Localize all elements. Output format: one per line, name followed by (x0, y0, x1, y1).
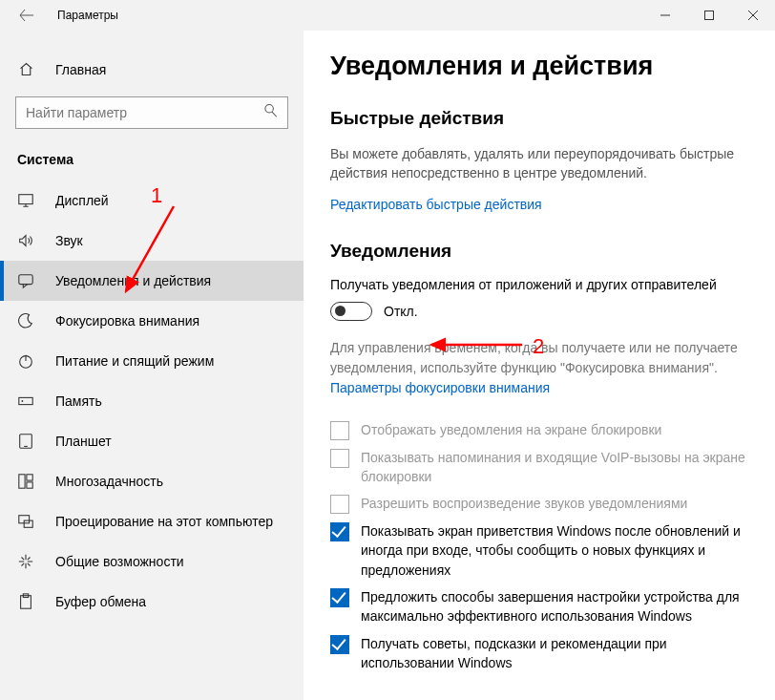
sidebar-group-header: Система (0, 152, 304, 180)
svg-rect-9 (27, 482, 32, 488)
checkbox-finish-setup[interactable] (330, 588, 349, 607)
checkbox-label: Отображать уведомления на экране блокиро… (361, 420, 748, 439)
sidebar-item-tablet[interactable]: Планшет (0, 421, 304, 461)
checkbox-label: Разрешить воспроизведение звуков уведомл… (361, 494, 748, 513)
sidebar-item-clipboard[interactable]: Буфер обмена (0, 582, 304, 622)
minimize-icon (660, 11, 670, 20)
notifications-section: Уведомления Получать уведомления от прил… (330, 241, 748, 673)
quick-actions-heading: Быстрые действия (330, 108, 748, 129)
checkbox-tips[interactable] (330, 635, 349, 654)
svg-point-5 (22, 400, 24, 402)
window-body: Главная Система Дисплей Звук Уведомления… (0, 31, 775, 700)
sidebar-item-label: Память (55, 393, 102, 409)
arrow-left-icon (19, 8, 34, 23)
get-notifications-label: Получать уведомления от приложений и дру… (330, 277, 748, 292)
check-row-sounds: Разрешить воспроизведение звуков уведомл… (330, 494, 748, 514)
sidebar-item-label: Планшет (55, 434, 112, 449)
checkbox-label: Получать советы, подсказки и рекомендаци… (361, 634, 748, 673)
quick-actions-section: Быстрые действия Вы можете добавлять, уд… (330, 108, 748, 212)
checkbox-label: Показывать напоминания и входящие VoIP-в… (361, 448, 748, 487)
checkbox-label: Показывать экран приветствия Windows пос… (361, 521, 748, 580)
get-notifications-toggle[interactable] (330, 302, 372, 321)
page-title: Уведомления и действия (330, 52, 748, 81)
sidebar-item-focus-assist[interactable]: Фокусировка внимания (0, 301, 304, 341)
moon-icon (17, 312, 34, 329)
maximize-button[interactable] (687, 0, 731, 31)
check-row-lockscreen-notifications: Отображать уведомления на экране блокиро… (330, 420, 748, 440)
sidebar-item-projecting[interactable]: Проецирование на этот компьютер (0, 501, 304, 541)
sidebar: Главная Система Дисплей Звук Уведомления… (0, 31, 304, 700)
sidebar-item-label: Буфер обмена (55, 594, 146, 609)
toggle-state-label: Откл. (384, 304, 418, 319)
multitasking-icon (17, 473, 34, 490)
close-icon (748, 11, 758, 20)
checkbox-label: Предложить способы завершения настройки … (361, 587, 748, 626)
checkbox-notification-sounds[interactable] (330, 495, 349, 514)
back-button[interactable] (15, 8, 38, 23)
sidebar-item-label: Питание и спящий режим (55, 353, 214, 369)
focus-assist-desc: Для управления временем, когда вы получа… (330, 338, 748, 378)
sidebar-item-display[interactable]: Дисплей (0, 180, 304, 221)
focus-assist-settings-link[interactable]: Параметры фокусировки внимания (330, 380, 550, 395)
sidebar-item-sound[interactable]: Звук (0, 221, 304, 261)
tablet-icon (17, 433, 34, 450)
search-icon (263, 104, 279, 122)
svg-rect-11 (24, 520, 32, 527)
display-icon (17, 192, 34, 209)
check-row-tips: Получать советы, подсказки и рекомендаци… (330, 634, 748, 673)
power-icon (17, 352, 34, 370)
shared-icon (17, 553, 34, 570)
maximize-icon (704, 11, 714, 20)
svg-rect-7 (19, 475, 25, 488)
sidebar-item-label: Общие возможности (55, 554, 184, 569)
sidebar-item-label: Дисплей (55, 193, 109, 208)
check-row-welcome-experience: Показывать экран приветствия Windows пос… (330, 521, 748, 580)
svg-rect-1 (19, 195, 32, 204)
close-button[interactable] (731, 0, 775, 31)
checkbox-welcome-experience[interactable] (330, 522, 349, 541)
minimize-button[interactable] (643, 0, 687, 31)
sidebar-item-label: Звук (55, 233, 83, 248)
check-row-finish-setup: Предложить способы завершения настройки … (330, 587, 748, 626)
notifications-heading: Уведомления (330, 241, 748, 262)
content-area: Уведомления и действия Быстрые действия … (304, 31, 775, 700)
home-icon (17, 61, 34, 77)
sidebar-item-label: Уведомления и действия (55, 273, 211, 288)
svg-rect-0 (705, 11, 714, 20)
search-wrap (15, 96, 288, 129)
sidebar-item-label: Многозадачность (55, 474, 163, 489)
window-title: Параметры (57, 9, 118, 22)
search-input[interactable] (15, 96, 288, 129)
get-notifications-toggle-row: Откл. (330, 302, 748, 321)
window-controls (643, 0, 775, 31)
clipboard-icon (17, 593, 34, 610)
svg-rect-4 (19, 397, 32, 404)
notification-icon (17, 272, 34, 289)
sidebar-item-label: Фокусировка внимания (55, 313, 199, 329)
projecting-icon (17, 513, 34, 530)
svg-rect-2 (19, 275, 32, 285)
sidebar-item-label: Проецирование на этот компьютер (55, 514, 273, 529)
sidebar-item-notifications[interactable]: Уведомления и действия (0, 261, 304, 301)
check-row-reminders-voip: Показывать напоминания и входящие VoIP-в… (330, 448, 748, 487)
settings-window: Параметры Главная Система Дисплей (0, 0, 775, 700)
svg-rect-8 (27, 475, 32, 480)
quick-actions-desc: Вы можете добавлять, удалять или переупо… (330, 144, 748, 183)
sidebar-home-label: Главная (55, 62, 106, 77)
sidebar-item-storage[interactable]: Память (0, 381, 304, 421)
sidebar-item-shared-experiences[interactable]: Общие возможности (0, 541, 304, 582)
sidebar-item-multitasking[interactable]: Многозадачность (0, 461, 304, 501)
sidebar-home[interactable]: Главная (0, 53, 304, 85)
storage-icon (17, 392, 34, 410)
checkbox-lockscreen-notifications[interactable] (330, 421, 349, 440)
checkbox-reminders-voip[interactable] (330, 449, 349, 468)
edit-quick-actions-link[interactable]: Редактировать быстрые действия (330, 197, 542, 212)
sidebar-item-power[interactable]: Питание и спящий режим (0, 341, 304, 381)
titlebar: Параметры (0, 0, 775, 31)
sound-icon (17, 232, 34, 249)
